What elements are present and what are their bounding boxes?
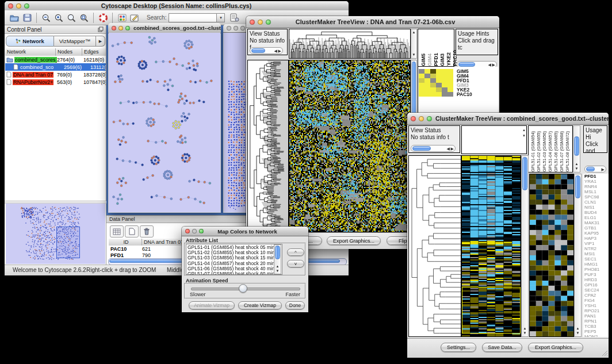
scroll-up-icon[interactable]: ▲: [575, 327, 581, 331]
minimize-button[interactable]: [419, 116, 424, 121]
new-attribute-icon[interactable]: [125, 225, 139, 237]
tv2-column-label[interactable]: GPL51-06 (GSM865): [553, 131, 559, 172]
export-graphics-button[interactable]: Export Graphics...: [327, 236, 381, 245]
zoom-out-icon[interactable]: [40, 12, 52, 24]
tv1-coltree-scrollbar[interactable]: ▲ ▼: [411, 29, 417, 59]
tv1-row-label[interactable]: PAC10: [457, 92, 497, 97]
gene-label[interactable]: ELG1: [584, 215, 609, 220]
scroll-left-icon[interactable]: ◀: [274, 48, 277, 54]
tab-overflow-button[interactable]: ▶: [96, 36, 105, 47]
select-attributes-icon[interactable]: [110, 225, 124, 237]
scroll-up-icon[interactable]: ▲: [573, 162, 580, 166]
float-panel-icon[interactable]: [98, 26, 104, 32]
main-titlebar[interactable]: Cytoscape Desktop (Session Name: collins…: [5, 1, 349, 11]
scroll-down-icon[interactable]: ▼: [274, 269, 281, 273]
scroll-thumb[interactable]: [412, 146, 431, 151]
scroll-down-icon[interactable]: ▼: [411, 53, 416, 57]
search-input[interactable]: [169, 13, 217, 22]
zoom-in-icon[interactable]: [52, 12, 65, 24]
scroll-thumb[interactable]: [251, 48, 265, 53]
search-dropdown-button[interactable]: ▾: [217, 13, 225, 22]
scroll-right-icon[interactable]: ▶: [602, 166, 605, 173]
zoom-button[interactable]: [266, 20, 271, 25]
birdseye-view-canvas[interactable]: [6, 204, 105, 264]
column-header-network[interactable]: Network: [5, 48, 56, 56]
tv1-row-dendrogram[interactable]: [247, 60, 289, 232]
gene-label[interactable]: PAN1: [584, 313, 609, 319]
gene-label[interactable]: PHO81: [584, 267, 609, 272]
tv2-column-label[interactable]: GPL51-07 (GSM868): [559, 131, 565, 172]
column-header-edges[interactable]: Edges: [82, 48, 106, 56]
scroll-down-icon[interactable]: ▼: [573, 167, 580, 171]
close-button[interactable]: [250, 20, 255, 25]
tv2-column-label[interactable]: GPL51-01 (GSM854): [530, 131, 536, 172]
open-session-button[interactable]: [8, 12, 21, 24]
done-button[interactable]: Done: [285, 301, 305, 309]
tab-vizmapper[interactable]: VizMapper™: [54, 36, 96, 47]
export-graphics-button[interactable]: Export Graphics...: [528, 343, 583, 352]
animate-vizmap-button[interactable]: Animate Vizmap: [189, 301, 235, 309]
gene-label[interactable]: RPN1: [584, 319, 609, 324]
gene-label[interactable]: PEP5: [584, 329, 609, 334]
close-button[interactable]: [411, 116, 416, 121]
gene-label[interactable]: TCB3: [584, 324, 609, 329]
minimize-button[interactable]: [192, 229, 197, 233]
tv1-zoom-heatmap[interactable]: [419, 69, 453, 97]
gene-label[interactable]: CPA2: [584, 293, 609, 298]
delete-attribute-trash-icon[interactable]: [140, 225, 154, 237]
network-row[interactable]: combined_sco2569(6)13112(15): [5, 63, 106, 71]
zoom-selected-icon[interactable]: [65, 12, 78, 24]
gene-label[interactable]: PFD1: [584, 174, 609, 179]
attribute-browser-icon[interactable]: [228, 12, 241, 24]
scroll-right-icon[interactable]: ▶: [278, 48, 281, 54]
attribute-list[interactable]: GPL51-01 (GSM854) heat shock 05 minGPL51…: [186, 244, 282, 275]
gene-label[interactable]: RNR4: [584, 184, 609, 189]
tv2-collabel-scrollbar[interactable]: ▲ ▼: [573, 125, 580, 173]
help-ring-icon[interactable]: [97, 12, 109, 24]
gene-label[interactable]: SPC98: [584, 194, 609, 200]
scroll-up-icon[interactable]: ▲: [274, 265, 281, 269]
tv2-column-tree-area[interactable]: ▲ ▼: [461, 125, 527, 154]
treeview2-titlebar[interactable]: ClusterMaker TreeView : combined_scores_…: [407, 113, 609, 125]
close-button[interactable]: [112, 26, 116, 30]
gene-label[interactable]: MSL1: [584, 189, 609, 194]
gene-label[interactable]: MAK31: [584, 220, 609, 225]
dialog-titlebar[interactable]: Map Colors to Network: [182, 227, 308, 236]
tv2-zoom-vscrollbar[interactable]: ▲ ▼: [574, 174, 582, 337]
gene-label[interactable]: HMG1: [584, 262, 609, 267]
tv2-column-labels[interactable]: GPL51-01 (GSM854)GPL51-02 (GSM855)GPL51-…: [528, 125, 573, 173]
annotation-icon[interactable]: [128, 12, 141, 24]
tv1-row-labels[interactable]: GIM5GIM4PFD1GIM3YKE2PAC10: [457, 69, 497, 97]
attribute-list-item[interactable]: GPL51-07 (GSM868) heat shock 60 min: [188, 271, 281, 275]
scroll-up-icon[interactable]: ▲: [411, 30, 416, 35]
tv2-gene-labels[interactable]: PFD1YRA1RNR4MSL1SPC98CLN1NIS1BUD4ELG1MAK…: [583, 174, 609, 337]
gene-label[interactable]: HRD3: [584, 277, 609, 282]
scroll-thumb[interactable]: [458, 62, 475, 67]
tv2-global-heatmap[interactable]: [461, 155, 521, 337]
scroll-thumb[interactable]: [575, 175, 580, 198]
gene-label[interactable]: RPO21: [584, 308, 609, 313]
gene-label[interactable]: NIS1: [584, 205, 609, 210]
minimize-button[interactable]: [258, 20, 263, 25]
tv1-global-heatmap[interactable]: [289, 60, 411, 232]
gene-label[interactable]: KAP95: [584, 231, 609, 236]
tv2-column-label[interactable]: GPL51-04 (GSM857): [548, 131, 553, 172]
animation-speed-slider-thumb[interactable]: [239, 284, 247, 293]
gene-label[interactable]: MON2: [584, 334, 609, 337]
network-row[interactable]: DNA and Tran 07769(0)183728(0): [5, 71, 106, 78]
gene-label[interactable]: MSI1: [584, 251, 609, 256]
scroll-right-icon[interactable]: ▶: [451, 145, 454, 152]
scroll-thumb[interactable]: [275, 246, 280, 259]
scroll-down-icon[interactable]: ▼: [522, 331, 528, 335]
close-button[interactable]: [8, 3, 13, 9]
gene-label[interactable]: GPI16: [584, 282, 609, 288]
minimize-button[interactable]: [234, 26, 238, 30]
attribute-list-scrollbar[interactable]: ▲ ▼: [274, 244, 281, 274]
tv1-column-label[interactable]: YKE2: [446, 52, 452, 66]
scroll-up-icon[interactable]: ▲: [522, 128, 526, 132]
create-vizmap-button[interactable]: Create Vizmap: [238, 301, 282, 309]
tv1-status-scrollbar[interactable]: ◀ ▶: [250, 47, 283, 54]
gene-label[interactable]: VIP1: [584, 241, 609, 246]
tv1-column-label[interactable]: PFD1: [433, 53, 439, 66]
gene-label[interactable]: YSH1: [584, 303, 609, 308]
